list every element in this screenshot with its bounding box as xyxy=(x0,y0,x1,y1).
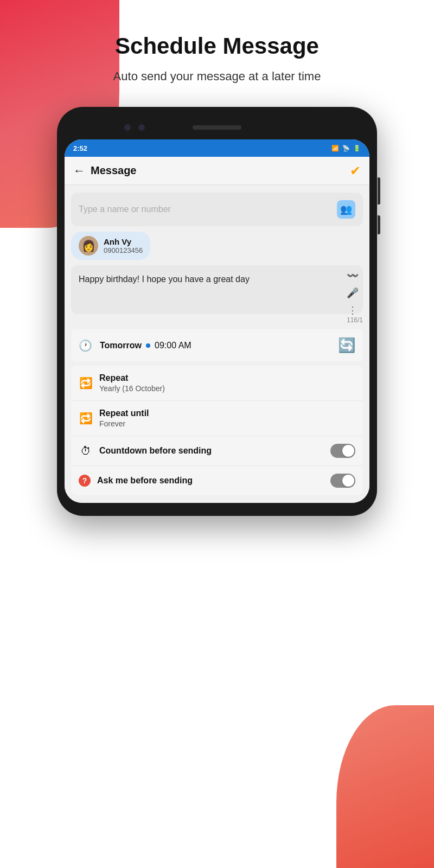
phone-speaker xyxy=(193,125,241,130)
header-section: Schedule Message Auto send your message … xyxy=(0,0,434,101)
contact-chip[interactable]: 👩 Anh Vy 0900123456 xyxy=(71,232,150,260)
ask-before-text: Ask me before sending xyxy=(97,476,324,486)
phone-frame: 2:52 📶 📡 🔋 ← Message ✔ Type a name or nu… xyxy=(57,107,377,516)
schedule-info: Tomorrow 09:00 AM xyxy=(100,341,330,350)
message-side-icons: 〰️ 🎤 ⋮ xyxy=(347,270,359,316)
back-button[interactable]: ← xyxy=(73,164,85,178)
refresh-icon[interactable]: 🔄 xyxy=(338,337,355,354)
repeat-until-icon: 🔁 xyxy=(79,412,93,425)
countdown-row[interactable]: ⏱ Countdown before sending xyxy=(71,436,363,466)
dot-separator xyxy=(146,343,150,348)
schedule-row[interactable]: 🕐 Tomorrow 09:00 AM 🔄 xyxy=(71,329,363,361)
ask-icon: ? xyxy=(79,475,91,487)
repeat-label: Repeat xyxy=(99,373,355,383)
message-input[interactable]: Happy birthday! I hope you have a great … xyxy=(71,265,363,314)
side-button-1 xyxy=(378,177,380,205)
content-area: Type a name or number 👥 👩 Anh Vy 0900123… xyxy=(65,185,369,503)
status-bar: 2:52 📶 📡 🔋 xyxy=(65,139,369,157)
wifi-icon: 📶 xyxy=(331,145,339,152)
camera-left xyxy=(124,124,131,131)
status-time: 2:52 xyxy=(73,144,87,152)
repeat-value: Yearly (16 October) xyxy=(99,384,355,393)
schedule-time: 09:00 AM xyxy=(155,341,192,350)
contacts-icon[interactable]: 👥 xyxy=(337,200,355,219)
phone-notch xyxy=(65,118,369,137)
repeat-icon: 🔁 xyxy=(79,376,93,390)
waveform-icon[interactable]: 〰️ xyxy=(347,270,359,282)
bg-decoration-bottom xyxy=(336,705,434,868)
ask-before-row[interactable]: ? Ask me before sending xyxy=(71,466,363,495)
repeat-text: Repeat Yearly (16 October) xyxy=(99,373,355,393)
contact-placeholder: Type a name or number xyxy=(79,205,171,214)
clock-icon: 🕐 xyxy=(79,339,92,352)
status-icons: 📶 📡 🔋 xyxy=(331,145,361,152)
contact-info: Anh Vy 0900123456 xyxy=(104,237,143,254)
options-icon[interactable]: ⋮ xyxy=(348,304,358,316)
phone-screen: 2:52 📶 📡 🔋 ← Message ✔ Type a name or nu… xyxy=(65,139,369,503)
repeat-until-row[interactable]: 🔁 Repeat until Forever xyxy=(71,401,363,436)
camera-right xyxy=(138,124,145,131)
schedule-day: Tomorrow xyxy=(100,341,142,350)
ask-before-label: Ask me before sending xyxy=(97,476,324,486)
repeat-row[interactable]: 🔁 Repeat Yearly (16 October) xyxy=(71,366,363,401)
app-bar: ← Message ✔ xyxy=(65,157,369,185)
repeat-until-text: Repeat until Forever xyxy=(99,409,355,428)
message-text: Happy birthday! I hope you have a great … xyxy=(79,273,336,286)
app-bar-title: Message xyxy=(91,164,137,177)
mic-icon[interactable]: 🎤 xyxy=(347,287,359,299)
contact-input-row[interactable]: Type a name or number 👥 xyxy=(71,193,363,226)
avatar: 👩 xyxy=(79,236,98,256)
countdown-icon: ⏱ xyxy=(79,445,93,457)
battery-icon: 🔋 xyxy=(353,145,361,152)
page-title: Schedule Message xyxy=(43,33,391,60)
countdown-text: Countdown before sending xyxy=(99,446,324,456)
confirm-button[interactable]: ✔ xyxy=(350,163,361,178)
ask-before-toggle[interactable] xyxy=(330,474,355,488)
page-subtitle: Auto send your message at a later time xyxy=(43,68,391,85)
contact-name: Anh Vy xyxy=(104,237,143,246)
countdown-toggle[interactable] xyxy=(330,444,355,458)
app-bar-left: ← Message xyxy=(73,164,137,178)
signal-icon: 📡 xyxy=(342,145,350,152)
repeat-until-value: Forever xyxy=(99,419,355,428)
contacts-icon-symbol: 👥 xyxy=(340,203,352,215)
char-count: 116/1 xyxy=(71,316,363,324)
countdown-label: Countdown before sending xyxy=(99,446,324,456)
options-section: 🔁 Repeat Yearly (16 October) 🔁 Repeat un… xyxy=(71,366,363,495)
repeat-until-label: Repeat until xyxy=(99,409,355,418)
side-button-2 xyxy=(378,215,380,234)
contact-number: 0900123456 xyxy=(104,246,143,254)
